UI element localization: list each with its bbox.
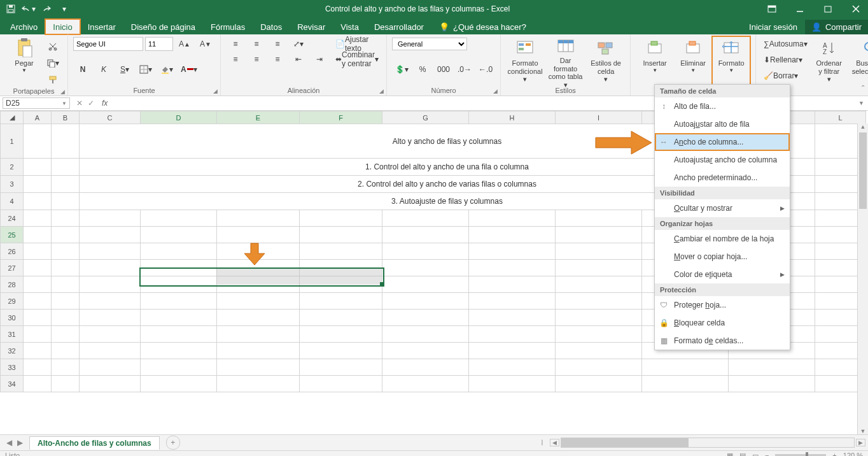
sheet-tab-active[interactable]: Alto-Ancho de filas y columnas <box>29 436 160 450</box>
cell[interactable] <box>52 227 80 243</box>
sheet-nav-next[interactable]: ▶ <box>17 438 23 447</box>
row-header[interactable]: 24 <box>1 210 24 227</box>
cell[interactable] <box>217 293 300 310</box>
delete-cells-button[interactable]: Eliminar▼ <box>674 36 712 85</box>
sheet-nav-prev[interactable]: ◀ <box>6 438 12 447</box>
cell[interactable] <box>24 326 52 343</box>
cell[interactable] <box>642 359 729 376</box>
cell[interactable] <box>24 293 52 310</box>
tab-file[interactable]: Archivo <box>3 19 45 34</box>
tab-developer[interactable]: Desarrollador <box>367 19 431 34</box>
cell[interactable] <box>217 260 300 276</box>
cell-styles-button[interactable]: Estilos de celda▾ <box>587 36 625 85</box>
cell[interactable] <box>729 359 815 376</box>
cell[interactable] <box>382 293 469 310</box>
cell[interactable] <box>556 343 642 359</box>
cell[interactable] <box>24 159 52 176</box>
col-header[interactable]: H <box>469 111 556 124</box>
cell[interactable] <box>141 359 217 376</box>
cell[interactable] <box>80 227 141 243</box>
cell[interactable] <box>469 276 556 293</box>
cell[interactable] <box>300 326 382 343</box>
clipboard-dialog-launcher[interactable]: ◢ <box>60 89 65 95</box>
view-page-break-button[interactable]: ▭ <box>752 452 759 457</box>
cell[interactable] <box>52 159 80 176</box>
col-header[interactable]: G <box>382 111 469 124</box>
cell[interactable] <box>217 359 300 376</box>
close-button[interactable] <box>848 2 864 16</box>
row-header[interactable]: 34 <box>1 376 24 392</box>
cell[interactable] <box>556 227 642 243</box>
hscroll-right[interactable]: ▶ <box>856 439 865 446</box>
cell[interactable] <box>80 210 141 227</box>
row-header[interactable]: 2 <box>1 159 24 176</box>
cell[interactable] <box>217 210 300 227</box>
fill-color-button[interactable]: ▾ <box>157 62 176 77</box>
cell[interactable] <box>556 210 642 227</box>
row-header[interactable]: 31 <box>1 326 24 343</box>
cell[interactable] <box>469 293 556 310</box>
tell-me[interactable]: 💡¿Qué desea hacer? <box>431 19 534 34</box>
increase-font-button[interactable]: A▲ <box>175 36 194 52</box>
cell[interactable] <box>24 193 52 210</box>
row-header[interactable]: 27 <box>1 260 24 276</box>
cell[interactable] <box>24 124 52 159</box>
cell[interactable] <box>642 376 729 392</box>
sort-filter-button[interactable]: AZOrdenar y filtrar▾ <box>810 36 848 85</box>
clear-button[interactable]: 🧹 Borrar ▾ <box>761 68 810 83</box>
cell[interactable] <box>469 343 556 359</box>
cell[interactable] <box>141 326 217 343</box>
cell[interactable] <box>24 210 52 227</box>
cell[interactable] <box>469 376 556 392</box>
tab-view[interactable]: Vista <box>333 19 367 34</box>
ribbon-display-options[interactable] <box>764 2 780 16</box>
cell[interactable] <box>556 376 642 392</box>
expand-formula-bar[interactable]: ▼ <box>855 100 868 106</box>
number-format-select[interactable]: General <box>392 38 467 50</box>
cell[interactable] <box>300 293 382 310</box>
cell[interactable] <box>382 310 469 326</box>
cell[interactable] <box>469 310 556 326</box>
cell[interactable] <box>52 293 80 310</box>
col-header[interactable]: F <box>300 111 382 124</box>
cell[interactable] <box>52 176 80 193</box>
increase-indent-button[interactable]: ⇥ <box>310 52 329 67</box>
cell[interactable] <box>52 276 80 293</box>
qat-customize[interactable]: ▾ <box>57 2 71 16</box>
alignment-dialog-launcher[interactable]: ◢ <box>379 88 384 94</box>
cell[interactable] <box>556 326 642 343</box>
number-dialog-launcher[interactable]: ◢ <box>493 88 498 94</box>
align-bottom-button[interactable]: ≡ <box>268 36 287 52</box>
cell[interactable] <box>52 343 80 359</box>
cell[interactable] <box>80 260 141 276</box>
cell[interactable] <box>217 326 300 343</box>
col-header[interactable]: C <box>80 111 141 124</box>
merge-center-button[interactable]: ⬌ Combinar y centrar ▾ <box>333 52 381 67</box>
menu-move-copy-sheet[interactable]: Mover o copiar hoja... <box>655 248 790 266</box>
cell[interactable] <box>382 326 469 343</box>
cell[interactable] <box>24 310 52 326</box>
new-sheet-button[interactable]: + <box>166 436 180 450</box>
cell[interactable] <box>24 359 52 376</box>
tab-page-layout[interactable]: Diseño de página <box>123 19 203 34</box>
cell[interactable] <box>300 276 382 293</box>
cell[interactable] <box>80 376 141 392</box>
align-middle-button[interactable]: ≡ <box>247 36 266 52</box>
fx-icon[interactable]: fx <box>98 99 111 108</box>
cell[interactable] <box>556 276 642 293</box>
row-header[interactable]: 28 <box>1 276 24 293</box>
row-header[interactable]: 33 <box>1 359 24 376</box>
cell[interactable] <box>141 376 217 392</box>
collapse-ribbon-button[interactable]: ⌃ <box>860 84 865 91</box>
accounting-format-button[interactable]: 💲▾ <box>392 62 411 77</box>
decrease-decimal-button[interactable]: ←.0 <box>476 62 495 77</box>
percent-format-button[interactable]: % <box>413 62 432 77</box>
format-cells-button[interactable]: Formato▼ <box>712 36 750 85</box>
cell[interactable] <box>141 227 217 243</box>
cell[interactable] <box>141 243 217 260</box>
cell[interactable] <box>52 193 80 210</box>
name-box[interactable]: D25▼ <box>3 97 70 109</box>
cell[interactable] <box>80 243 141 260</box>
cell[interactable] <box>52 243 80 260</box>
cell[interactable] <box>300 260 382 276</box>
